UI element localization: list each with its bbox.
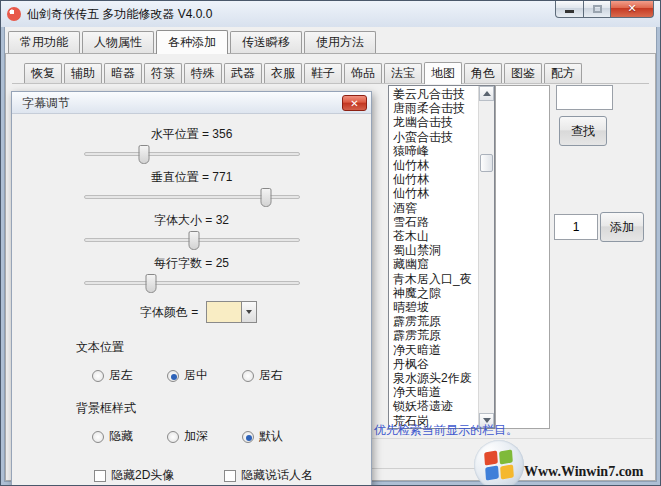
list-item[interactable]: 青木居入口_夜 [389,272,477,286]
title-bar: 仙剑奇侠传五 多功能修改器 V4.0.0 ✕ [1,1,660,27]
radio-label: 居左 [109,367,133,384]
slider-label: 每行字数 = 25 [12,255,371,272]
font-color-label: 字体颜色 = [140,304,198,321]
close-icon: ✕ [350,98,358,109]
radio-option[interactable]: 居中 [167,367,242,384]
radio-icon [167,431,179,443]
minimize-icon [565,10,574,13]
sub-tab[interactable]: 武器 [224,63,262,83]
list-item[interactable]: 霹雳荒原 [389,314,477,328]
scroll-up-button[interactable] [479,86,494,101]
sub-tab-bar: 恢复 辅助 暗器 符箓 特殊 武器 衣服 鞋子 饰品 法宝 [24,63,584,84]
sub-tab-label: 暗器 [111,66,135,80]
list-item[interactable]: 仙竹林 [389,158,477,172]
slider-thumb[interactable] [139,145,150,164]
radio-option[interactable]: 隐藏 [92,428,167,445]
list-item[interactable]: 苍木山 [389,229,477,243]
sub-tab[interactable]: 图鉴 [504,63,542,83]
find-button[interactable]: 查找 [559,116,607,146]
slider-label: 垂直位置 = 771 [12,169,371,186]
checkbox-label: 隐藏说话人名 [241,467,313,484]
close-button[interactable]: ✕ [610,0,654,18]
list-item[interactable]: 仙竹林 [389,172,477,186]
list-item[interactable]: 龙幽合击技 [389,115,477,129]
list-item[interactable]: 仙竹林 [389,186,477,200]
list-item[interactable]: 净天暗道 [389,343,477,357]
text-position-label: 文本位置 [12,339,371,356]
search-input[interactable] [556,85,613,110]
main-tab[interactable]: 常用功能 [8,31,80,53]
radio-option[interactable]: 居右 [242,367,317,384]
list-item[interactable]: 小蛮合击技 [389,130,477,144]
radio-icon [167,370,179,382]
list-item[interactable]: 姜云凡合击技 [389,87,477,101]
sub-tab[interactable]: 辅助 [64,63,102,83]
radio-label: 隐藏 [109,428,133,445]
divider [372,438,653,439]
sub-tab[interactable]: 恢复 [24,63,62,83]
sub-tab[interactable]: 饰品 [344,63,382,83]
minimize-button[interactable] [555,0,584,18]
option-checkboxes: 隐藏2D头像 隐藏说话人名 推荐样式一 恢复游戏默认 [12,467,371,486]
maximize-button[interactable] [583,0,611,18]
window-title: 仙剑奇侠传五 多功能修改器 V4.0.0 [27,6,212,23]
secondary-listbox[interactable] [495,85,550,429]
slider-track[interactable] [84,195,300,199]
slider-thumb[interactable] [145,274,156,293]
slider-thumb[interactable] [188,231,199,250]
sub-tab[interactable]: 鞋子 [304,63,342,83]
text-position-options: 居左 居中 居右 [12,367,371,384]
scrollbar-thumb[interactable] [480,154,493,172]
main-tab-label: 各种添加 [168,35,216,49]
font-color-dropdown[interactable] [242,301,257,323]
radio-option[interactable]: 居左 [92,367,167,384]
checkbox-option[interactable]: 隐藏2D头像 [94,467,224,484]
dialog-close-button[interactable]: ✕ [342,95,367,111]
radio-icon [92,370,104,382]
list-item[interactable]: 泉水源头2作废 [389,371,477,385]
main-tab-label: 常用功能 [20,35,68,49]
sub-tab[interactable]: 角色 [464,63,502,83]
list-item[interactable]: 锁妖塔遗迹 [389,399,477,413]
list-item[interactable]: 神魔之隙 [389,286,477,300]
radio-option[interactable]: 加深 [167,428,242,445]
add-button[interactable]: 添加 [600,212,644,242]
list-item[interactable]: 雪石路 [389,215,477,229]
sub-tab[interactable]: 暗器 [104,63,142,83]
sub-tab[interactable]: 配方 [544,63,582,83]
list-item[interactable]: 晴碧坡 [389,300,477,314]
main-tab[interactable]: 人物属性 [82,31,154,53]
sub-tab[interactable]: 符箓 [144,63,182,83]
slider-track[interactable] [84,238,300,242]
count-input[interactable] [554,214,598,240]
list-item[interactable]: 唐雨柔合击技 [389,101,477,115]
sub-tab-label: 角色 [471,66,495,80]
slider-label: 水平位置 = 356 [12,126,371,143]
maximize-icon [593,5,602,13]
list-item[interactable]: 蜀山禁洞 [389,243,477,257]
slider-track[interactable] [84,281,300,285]
map-list-scrollbar[interactable] [478,86,494,428]
list-item[interactable]: 酒窖 [389,201,477,215]
radio-label: 加深 [184,428,208,445]
list-item[interactable]: 猿啼峰 [389,144,477,158]
font-color-swatch[interactable] [206,301,242,323]
list-item[interactable]: 藏幽窟 [389,257,477,271]
sub-tab[interactable]: 地图 [424,62,462,84]
slider-track[interactable] [84,152,300,156]
main-tab-bar: 常用功能 人物属性 各种添加 传送瞬移 使用方法 [8,31,378,54]
sub-tab[interactable]: 衣服 [264,63,302,83]
slider-thumb[interactable] [261,188,272,207]
list-item[interactable]: 净天暗道 [389,385,477,399]
list-item[interactable]: 霹雳荒原 [389,328,477,342]
sub-tab[interactable]: 法宝 [384,63,422,83]
list-item[interactable]: 丹枫谷 [389,357,477,371]
subtitle-dialog: 字幕调节 ✕ 水平位置 = 356 垂直位置 = 771 [11,91,372,486]
radio-icon [242,370,254,382]
main-tab[interactable]: 各种添加 [156,30,228,54]
checkbox-option[interactable]: 隐藏说话人名 [224,467,371,484]
sub-tab[interactable]: 特殊 [184,63,222,83]
main-tab[interactable]: 传送瞬移 [230,31,302,53]
main-tab[interactable]: 使用方法 [304,31,376,53]
radio-option[interactable]: 默认 [242,428,317,445]
